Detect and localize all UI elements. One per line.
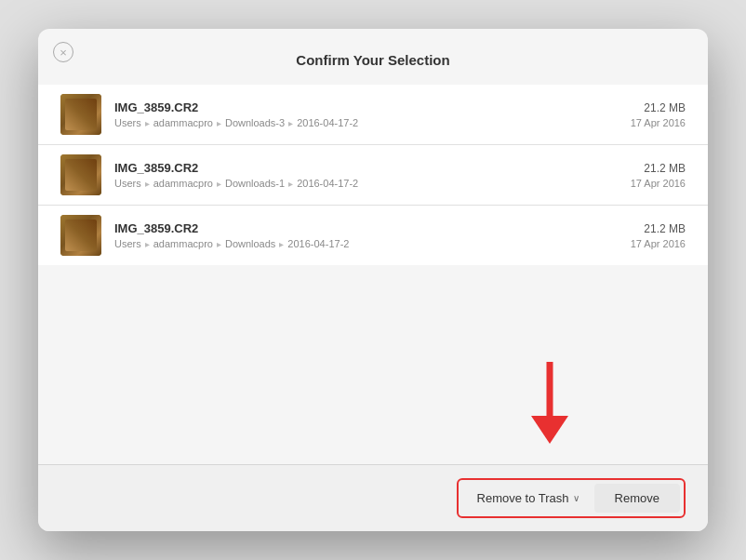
path-separator: ▸ [145,179,150,189]
file-info: IMG_3859.CR2Users▸adammacpro▸Downloads-1… [114,161,631,189]
path-separator: ▸ [145,118,150,128]
file-size: 21.2 MB [631,162,686,175]
close-icon: × [60,47,67,59]
close-button[interactable]: × [53,42,73,62]
file-item: IMG_3859.CR2Users▸adammacpro▸Downloads-1… [38,145,708,206]
path-segment: 2016-04-17-2 [287,238,349,249]
path-separator: ▸ [279,239,284,249]
file-size: 21.2 MB [631,101,686,114]
file-name: IMG_3859.CR2 [114,221,631,235]
file-thumbnail [60,215,101,256]
file-info: IMG_3859.CR2Users▸adammacpro▸Downloads-3… [114,100,631,128]
chevron-down-icon: ∨ [573,493,579,503]
file-date: 17 Apr 2016 [631,238,686,249]
path-segment: adammacpro [153,238,213,249]
path-segment: Downloads-3 [225,117,285,128]
file-item: IMG_3859.CR2Users▸adammacpro▸Downloads▸2… [38,206,708,265]
confirm-dialog: × Confirm Your Selection IMG_3859.CR2Use… [38,29,708,531]
path-separator: ▸ [288,179,293,189]
file-meta: 21.2 MB17 Apr 2016 [631,101,686,128]
file-item: IMG_3859.CR2Users▸adammacpro▸Downloads-3… [38,85,708,145]
file-size: 21.2 MB [631,222,686,235]
path-separator: ▸ [217,179,221,189]
path-segment: Users [114,178,141,189]
remove-trash-label: Remove to Trash [477,491,569,505]
path-segment: adammacpro [153,178,213,189]
path-segment: Downloads-1 [225,178,285,189]
path-segment: Downloads [225,238,275,249]
file-path: Users▸adammacpro▸Downloads-1▸2016-04-17-… [114,178,631,189]
file-path: Users▸adammacpro▸Downloads-3▸2016-04-17-… [114,117,631,128]
svg-marker-1 [531,416,568,444]
dialog-title: Confirm Your Selection [296,52,449,68]
file-date: 17 Apr 2016 [631,117,686,128]
path-segment: 2016-04-17-2 [297,117,358,128]
file-name: IMG_3859.CR2 [114,161,631,175]
file-thumbnail [60,94,101,135]
file-thumbnail [60,154,101,195]
file-path: Users▸adammacpro▸Downloads▸2016-04-17-2 [114,238,631,249]
file-meta: 21.2 MB17 Apr 2016 [631,222,686,249]
file-date: 17 Apr 2016 [631,178,686,189]
path-separator: ▸ [217,118,221,128]
dialog-footer: Remove to Trash ∨ Remove [38,464,708,531]
path-segment: 2016-04-17-2 [297,178,358,189]
file-meta: 21.2 MB17 Apr 2016 [631,162,686,189]
path-segment: adammacpro [153,117,213,128]
path-separator: ▸ [217,239,221,249]
file-list: IMG_3859.CR2Users▸adammacpro▸Downloads-3… [38,73,708,353]
dialog-header: × Confirm Your Selection [38,29,708,73]
action-group: Remove to Trash ∨ Remove [457,478,686,518]
remove-to-trash-button[interactable]: Remove to Trash ∨ [462,484,594,513]
remove-button[interactable]: Remove [594,484,680,513]
arrow-area [38,353,708,464]
file-info: IMG_3859.CR2Users▸adammacpro▸Downloads▸2… [114,221,631,249]
path-separator: ▸ [288,118,293,128]
arrow-indicator [522,362,578,455]
path-segment: Users [114,238,141,249]
file-name: IMG_3859.CR2 [114,100,631,114]
path-separator: ▸ [145,239,150,249]
path-segment: Users [114,117,141,128]
